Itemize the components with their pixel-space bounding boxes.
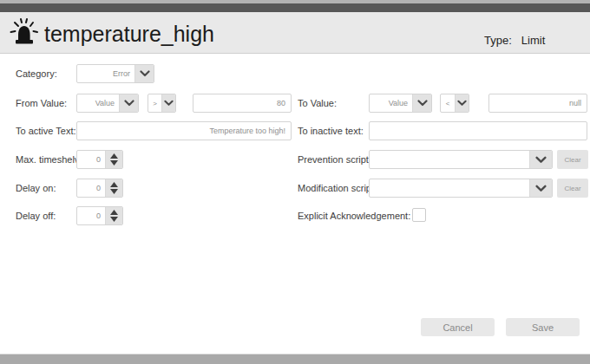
alarm-config-window: temperature_high Type: Limit Category: E… [0,0,590,364]
spinner-up-icon [110,182,118,187]
dialog-header: temperature_high Type: Limit [0,12,590,54]
delay-off-stepper[interactable]: 0 [76,206,123,225]
max-timeshelve-stepper[interactable]: 0 [76,150,123,169]
to-value-source-select[interactable]: Value [369,94,432,113]
prevention-script-select[interactable] [369,150,553,169]
chevron-down-icon[interactable] [529,151,552,168]
to-inactive-text-input[interactable] [369,121,587,140]
prevention-script-clear-button[interactable]: Clear [557,150,588,169]
delay-off-value: 0 [77,207,105,224]
category-value: Error [77,65,134,82]
to-value-source: Value [370,94,412,112]
spinner-down-icon [110,189,118,194]
from-value-operator: > [148,94,161,112]
save-button[interactable]: Save [506,318,580,336]
modification-script-select[interactable] [369,179,553,198]
chevron-down-icon[interactable] [412,94,431,112]
alarm-type: Type: Limit [484,34,545,47]
spinner-up-icon [110,210,118,215]
window-title-bar [0,3,590,12]
to-value-operator: < [441,94,455,112]
chevron-down-icon[interactable] [119,94,138,112]
delay-on-stepper[interactable]: 0 [76,179,123,198]
chevron-down-icon[interactable] [161,94,175,112]
from-value-source: Value [77,94,119,112]
modification-script-label: Modification script: [298,183,377,193]
spinner-up-icon [110,153,118,159]
category-label: Category: [16,68,57,79]
to-value-input[interactable] [488,94,587,113]
max-timeshelve-value: 0 [77,151,105,168]
prevention-script-value [370,151,529,168]
alarm-beacon-icon [9,16,40,49]
chevron-down-icon[interactable] [455,94,469,112]
category-select[interactable]: Error [76,64,154,83]
alarm-type-label: Type: [484,34,512,47]
explicit-acknowledgement-label: Explicit Acknowledgement: [298,211,410,221]
chevron-down-icon[interactable] [134,65,154,82]
prevention-script-label: Prevention script: [298,154,371,165]
to-value-label: To Value: [298,98,337,108]
delay-on-value: 0 [77,179,105,197]
to-value-operator-select[interactable]: < [440,94,469,113]
delay-on-label: Delay on: [16,183,56,193]
from-value-label: From Value: [16,98,67,108]
page-title: temperature_high [44,22,214,47]
from-value-source-select[interactable]: Value [76,94,139,113]
spinner-down-icon [110,217,118,222]
delay-off-label: Delay off: [16,211,56,221]
window-bottom-bar [0,354,590,364]
explicit-acknowledgement-checkbox[interactable] [412,208,426,222]
modification-script-clear-button[interactable]: Clear [557,179,588,198]
to-active-text-label: To active Text: [16,126,76,136]
to-inactive-text-label: To inactive text: [298,126,364,136]
alarm-type-value: Limit [521,34,545,47]
chevron-down-icon[interactable] [529,179,552,197]
from-value-input[interactable] [193,94,292,113]
to-active-text-input[interactable] [76,121,292,140]
modification-script-value [370,179,529,197]
cancel-button[interactable]: Cancel [421,318,495,336]
spinner-down-icon [110,160,118,166]
from-value-operator-select[interactable]: > [148,94,176,113]
